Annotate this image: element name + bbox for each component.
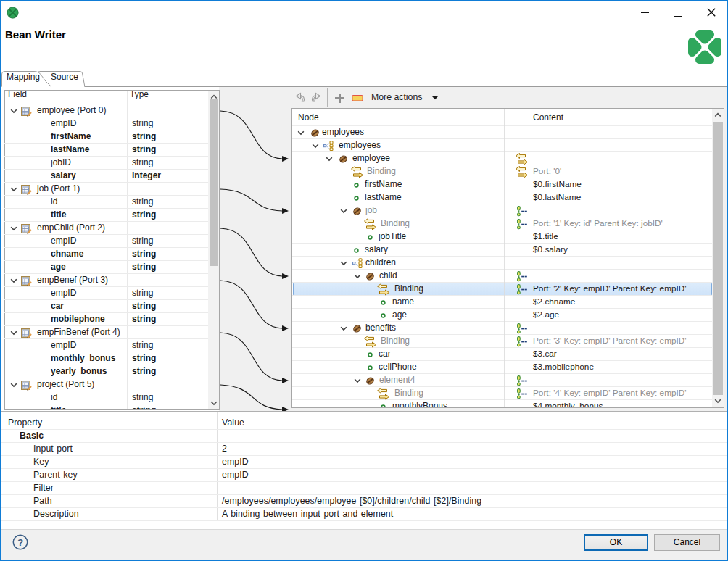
svg-text:?: ? [17, 537, 23, 548]
